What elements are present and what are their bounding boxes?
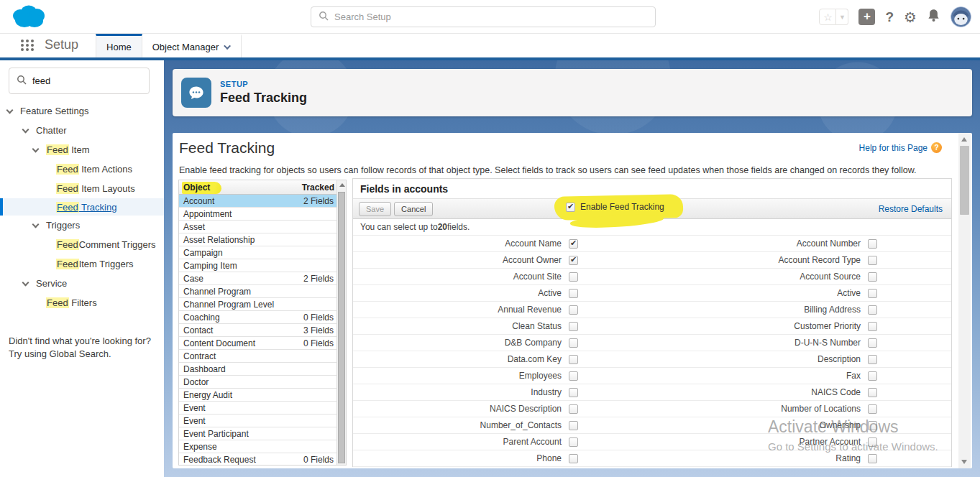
scrollbar-thumb[interactable] <box>338 192 345 463</box>
object-row[interactable]: Case2 Fields <box>179 272 336 285</box>
field-checkbox[interactable] <box>569 437 578 447</box>
setup-gear-icon[interactable]: ⚙ <box>904 9 917 26</box>
field-checkbox[interactable] <box>868 272 877 282</box>
tab-home[interactable]: Home <box>96 34 142 57</box>
field-checkbox[interactable] <box>569 388 578 397</box>
object-row[interactable]: Contract <box>179 350 336 363</box>
object-row[interactable]: Channel Program Level <box>179 298 336 311</box>
object-row[interactable]: Energy Audit <box>179 389 336 402</box>
chevron-down-icon[interactable] <box>22 279 29 286</box>
enable-feed-tracking-checkbox[interactable] <box>566 203 575 212</box>
help-icon[interactable]: ? <box>885 9 894 25</box>
object-row[interactable]: Channel Program <box>179 285 336 298</box>
object-row[interactable]: Coaching0 Fields <box>179 311 336 324</box>
sidebar-item-feed-item[interactable]: Feed Item <box>0 140 164 159</box>
sidebar-item-feeditem-triggers[interactable]: FeedItem Triggers <box>0 254 164 274</box>
sidebar-item-triggers[interactable]: Triggers <box>0 216 164 235</box>
field-checkbox[interactable] <box>569 289 578 298</box>
object-row[interactable]: Expense <box>179 440 336 453</box>
field-checkbox[interactable] <box>569 305 578 315</box>
chevron-down-icon[interactable] <box>32 145 40 152</box>
field-checkbox[interactable] <box>868 239 877 249</box>
object-row[interactable]: Feedback Request0 Fields <box>179 453 336 465</box>
sidebar-item-feed-tracking[interactable]: Feed Tracking <box>0 198 164 216</box>
content-scrollbar[interactable] <box>958 133 971 468</box>
object-table-scrollbar[interactable] <box>336 180 346 465</box>
field-checkbox[interactable] <box>569 371 578 381</box>
object-row[interactable]: Contact3 Fields <box>179 324 336 337</box>
field-checkbox[interactable] <box>868 305 877 315</box>
object-row[interactable]: Account2 Fields <box>179 195 336 208</box>
scrollbar-thumb[interactable] <box>960 146 969 215</box>
object-row[interactable]: Camping Item <box>179 259 336 272</box>
object-name: Contact <box>183 325 213 335</box>
object-column-header[interactable]: Object <box>182 182 221 194</box>
object-row[interactable]: Event Participant <box>179 427 336 440</box>
tab-object-manager[interactable]: Object Manager <box>142 34 242 57</box>
object-row[interactable]: Event <box>179 402 336 415</box>
sidebar-item-feature-settings[interactable]: Feature Settings <box>0 101 164 121</box>
tracked-count: 3 Fields <box>303 325 334 335</box>
field-checkbox[interactable] <box>868 322 877 331</box>
object-row[interactable]: Dashboard <box>179 363 336 376</box>
field-checkbox[interactable] <box>569 454 578 463</box>
save-button[interactable]: Save <box>359 202 391 216</box>
sidebar-item-feed-filters[interactable]: Feed Filters <box>0 293 164 312</box>
field-row: Annual Revenue <box>353 302 652 318</box>
field-checkbox[interactable] <box>569 338 578 348</box>
scroll-down-icon[interactable] <box>961 460 967 464</box>
field-checkbox[interactable] <box>868 421 877 430</box>
sidebar-tree: Feature SettingsChatterFeed ItemFeed Ite… <box>0 101 164 312</box>
field-checkbox[interactable] <box>868 404 877 414</box>
chevron-down-icon[interactable] <box>22 126 29 133</box>
object-row[interactable]: Asset <box>179 221 336 233</box>
field-checkbox[interactable] <box>868 454 877 463</box>
tracked-count: 0 Fields <box>303 338 334 348</box>
object-row[interactable]: Event <box>179 415 336 427</box>
field-checkbox[interactable] <box>868 289 877 298</box>
global-search-input[interactable] <box>334 11 648 22</box>
tracked-column-header[interactable]: Tracked <box>302 182 334 193</box>
field-checkbox[interactable] <box>569 239 578 249</box>
app-launcher-icon[interactable] <box>20 38 35 52</box>
object-row[interactable]: Asset Relationship <box>179 233 336 246</box>
field-checkbox[interactable] <box>868 437 877 447</box>
field-checkbox[interactable] <box>569 322 578 331</box>
object-row[interactable]: Appointment <box>179 208 336 221</box>
field-checkbox[interactable] <box>868 338 877 348</box>
chevron-down-icon[interactable] <box>6 106 14 114</box>
add-icon[interactable]: + <box>858 9 875 25</box>
field-checkbox[interactable] <box>569 355 578 364</box>
sidebar-item-feedcomment-triggers[interactable]: FeedComment Triggers <box>0 235 164 254</box>
field-label: NAICS Description <box>353 404 562 414</box>
field-checkbox[interactable] <box>868 355 877 364</box>
enable-feed-tracking-label: Enable Feed Tracking <box>580 202 664 212</box>
favorites-caret-icon[interactable]: ▼ <box>836 9 848 25</box>
help-for-this-page-link[interactable]: Help for this Page ? <box>859 142 942 153</box>
cancel-button[interactable]: Cancel <box>394 202 433 216</box>
object-row[interactable]: Campaign <box>179 246 336 259</box>
notifications-bell-icon[interactable] <box>927 9 940 25</box>
sidebar-item-service[interactable]: Service <box>0 274 164 293</box>
field-checkbox[interactable] <box>569 421 578 430</box>
field-checkbox[interactable] <box>569 404 578 414</box>
scroll-up-icon[interactable] <box>961 137 967 142</box>
field-checkbox[interactable] <box>868 256 877 265</box>
sidebar-item-chatter[interactable]: Chatter <box>0 121 164 140</box>
field-row: Active <box>652 285 951 302</box>
sidebar-item-feed-item-layouts[interactable]: Feed Item Layouts <box>0 179 164 198</box>
sidebar-item-feed-item-actions[interactable]: Feed Item Actions <box>0 159 164 179</box>
field-checkbox[interactable] <box>569 256 578 265</box>
favorites-star-icon[interactable]: ☆ <box>819 9 836 25</box>
field-checkbox[interactable] <box>868 388 877 397</box>
field-checkbox[interactable] <box>569 272 578 282</box>
quick-find-input[interactable] <box>32 75 126 86</box>
chevron-down-icon[interactable] <box>32 221 40 228</box>
object-row[interactable]: Doctor <box>179 376 336 389</box>
object-row[interactable]: Content Document0 Fields <box>179 337 336 350</box>
restore-defaults-link[interactable]: Restore Defaults <box>879 204 945 214</box>
field-checkbox[interactable] <box>868 371 877 381</box>
field-row: D-U-N-S Number <box>652 335 951 351</box>
scroll-up-icon[interactable] <box>339 183 345 187</box>
avatar[interactable] <box>951 6 971 27</box>
